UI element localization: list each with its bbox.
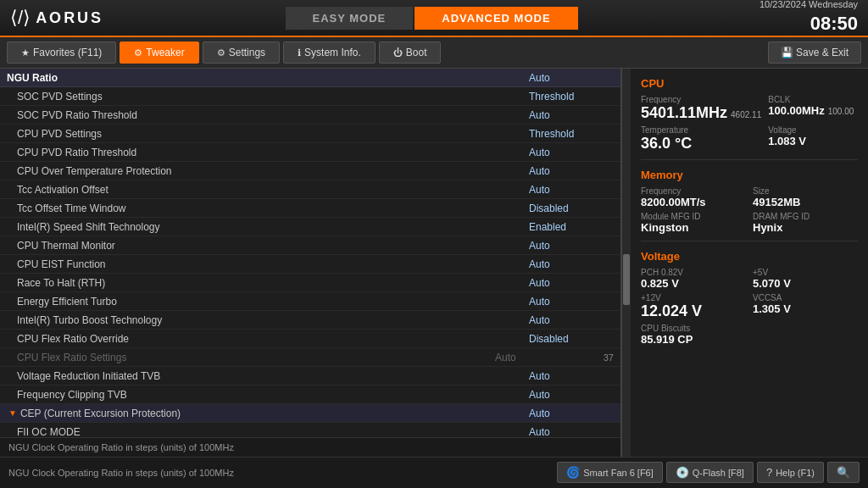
help-button[interactable]: ? Help (F1) <box>757 462 824 483</box>
logo: ⟨/⟩ AORUS <box>10 7 103 29</box>
topbar: ⟨/⟩ AORUS EASY MODE ADVANCED MODE 10/23/… <box>0 0 868 37</box>
logo-icon: ⟨/⟩ <box>10 7 31 29</box>
5v-label: +5V <box>753 268 858 277</box>
vccsa-label: VCCSA <box>753 293 858 302</box>
mem-freq-value: 8200.00MT/s <box>641 196 706 208</box>
mem-dram-value: Hynix <box>753 221 782 234</box>
settings-icon: ⚙ <box>217 47 225 58</box>
tab-sysinfo[interactable]: ℹ System Info. <box>283 42 376 64</box>
tab-boot[interactable]: ⏻ Boot <box>379 42 442 64</box>
main-area: NGU Ratio Auto SOC PVD Settings Threshol… <box>0 69 868 457</box>
cpubiscuits-value: 85.919 CP <box>641 333 693 346</box>
smartfan-icon: 🌀 <box>566 466 580 479</box>
search-button[interactable]: 🔍 <box>827 462 860 483</box>
table-row[interactable]: CPU PVD Ratio Threshold Auto <box>0 143 620 162</box>
table-row[interactable]: Energy Efficient Turbo Auto <box>0 292 620 311</box>
bottombar: NGU Clock Operating Ratio in steps (unit… <box>0 457 868 487</box>
table-row[interactable]: CPU PVD Settings Threshold <box>0 125 620 143</box>
date-text: 10/23/2024 Wednesday <box>760 0 858 11</box>
memory-section: Memory Frequency 8200.00MT/s Size 49152M… <box>641 169 858 241</box>
memory-section-title: Memory <box>641 169 858 181</box>
mode-bar: EASY MODE ADVANCED MODE <box>103 7 760 30</box>
cpu-temp-value: 36.0 °C <box>641 135 692 152</box>
mem-mfg-label: Module MFG ID <box>641 212 746 221</box>
cpu-section-title: CPU <box>641 77 858 90</box>
cpu-volt-value: 1.083 V <box>768 135 806 147</box>
qflash-button[interactable]: 💿 Q-Flash [F8] <box>666 462 754 483</box>
table-row[interactable]: Intel(R) Speed Shift Technology Enabled <box>0 218 620 236</box>
favorites-icon: ★ <box>21 47 30 58</box>
table-row[interactable]: NGU Ratio Auto <box>0 69 620 87</box>
mem-dram-label: DRAM MFG ID <box>753 212 858 221</box>
tab-settings[interactable]: ⚙ Settings <box>203 42 280 64</box>
tab-tweaker[interactable]: ⚙ Tweaker <box>120 42 198 64</box>
table-row: CPU Flex Ratio Settings Auto 37 <box>0 348 620 367</box>
voltage-section-title: Voltage <box>641 250 858 263</box>
tab-favorites[interactable]: ★ Favorites (F11) <box>7 42 116 64</box>
mem-size-label: Size <box>753 186 858 196</box>
table-row[interactable]: Voltage Reduction Initiated TVB Auto <box>0 367 620 385</box>
table-row[interactable]: Frequency Clipping TVB Auto <box>0 385 620 404</box>
scrollbar-track[interactable] <box>622 69 631 457</box>
advanced-mode-button[interactable]: ADVANCED MODE <box>415 7 577 30</box>
vccsa-value: 1.305 V <box>753 302 791 315</box>
12v-value: 12.024 V <box>641 302 702 319</box>
bottom-hint: NGU Clock Operating Ratio in steps (unit… <box>8 468 234 478</box>
cpu-bclk-sub: 100.00 <box>828 107 854 116</box>
table-row[interactable]: Tcc Activation Offset Auto <box>0 180 620 199</box>
table-row[interactable]: SOC PVD Settings Threshold <box>0 87 620 106</box>
right-info-panel: CPU Frequency 5401.11MHz 4602.11 BCLK 10… <box>631 69 868 457</box>
boot-icon: ⏻ <box>393 47 403 58</box>
voltage-section: Voltage PCH 0.82V 0.825 V +5V 5.070 V +1… <box>641 250 858 352</box>
cpu-freq-label: Frequency <box>641 95 761 104</box>
smartfan-button[interactable]: 🌀 Smart Fan 6 [F6] <box>557 462 663 483</box>
pch-label: PCH 0.82V <box>641 268 746 277</box>
scrollbar-thumb[interactable] <box>623 254 630 305</box>
table-row[interactable]: ▼ CEP (Current Excursion Protection) Aut… <box>0 404 620 423</box>
help-icon: ? <box>766 466 772 479</box>
tweaker-icon: ⚙ <box>134 47 142 58</box>
bottom-buttons: 🌀 Smart Fan 6 [F6] 💿 Q-Flash [F8] ? Help… <box>557 462 860 483</box>
cpu-bclk-value: 100.00MHz <box>768 104 824 117</box>
5v-value: 5.070 V <box>753 277 791 290</box>
time-text: 08:50 <box>760 11 858 37</box>
table-row[interactable]: CPU Thermal Monitor Auto <box>0 236 620 255</box>
settings-list: NGU Ratio Auto SOC PVD Settings Threshol… <box>0 69 620 437</box>
table-row[interactable]: CPU EIST Function Auto <box>0 255 620 274</box>
cpu-bclk-label: BCLK <box>768 95 858 104</box>
save-icon: 💾 <box>781 47 793 58</box>
settings-panel: NGU Ratio Auto SOC PVD Settings Threshol… <box>0 69 622 457</box>
table-row[interactable]: Race To Halt (RTH) Auto <box>0 274 620 292</box>
table-row[interactable]: CPU Over Temperature Protection Auto <box>0 162 620 180</box>
table-row[interactable]: CPU Flex Ratio Override Disabled <box>0 330 620 348</box>
table-row[interactable]: Tcc Offset Time Window Disabled <box>0 199 620 218</box>
table-row[interactable]: Intel(R) Turbo Boost Technology Auto <box>0 311 620 330</box>
cpu-temp-label: Temperature <box>641 125 761 135</box>
mem-mfg-value: Kingston <box>641 221 688 234</box>
mem-freq-label: Frequency <box>641 186 746 196</box>
datetime: 10/23/2024 Wednesday 08:50 <box>760 0 858 37</box>
logo-text: AORUS <box>36 9 103 27</box>
cpu-volt-label: Voltage <box>768 125 858 135</box>
table-row[interactable]: SOC PVD Ratio Threshold Auto <box>0 106 620 125</box>
12v-label: +12V <box>641 293 746 302</box>
mem-size-value: 49152MB <box>753 196 800 208</box>
search-icon: 🔍 <box>837 466 850 479</box>
save-exit-button[interactable]: 💾 Save & Exit <box>768 42 861 64</box>
sysinfo-icon: ℹ <box>298 47 301 58</box>
cpu-section: CPU Frequency 5401.11MHz 4602.11 BCLK 10… <box>641 77 858 160</box>
settings-hint: NGU Clock Operating Ratio in steps (unit… <box>8 442 234 452</box>
qflash-icon: 💿 <box>676 466 689 479</box>
cpubiscuits-label: CPU Biscuits <box>641 324 746 333</box>
table-row[interactable]: FII OC MODE Auto <box>0 423 620 437</box>
chevron-down-icon: ▼ <box>8 408 17 418</box>
navtabs: ★ Favorites (F11) ⚙ Tweaker ⚙ Settings ℹ… <box>0 37 868 69</box>
cpu-freq-sub: 4602.11 <box>731 110 761 119</box>
pch-value: 0.825 V <box>641 277 679 290</box>
cpu-freq-value: 5401.11MHz <box>641 104 727 122</box>
easy-mode-button[interactable]: EASY MODE <box>286 7 414 30</box>
